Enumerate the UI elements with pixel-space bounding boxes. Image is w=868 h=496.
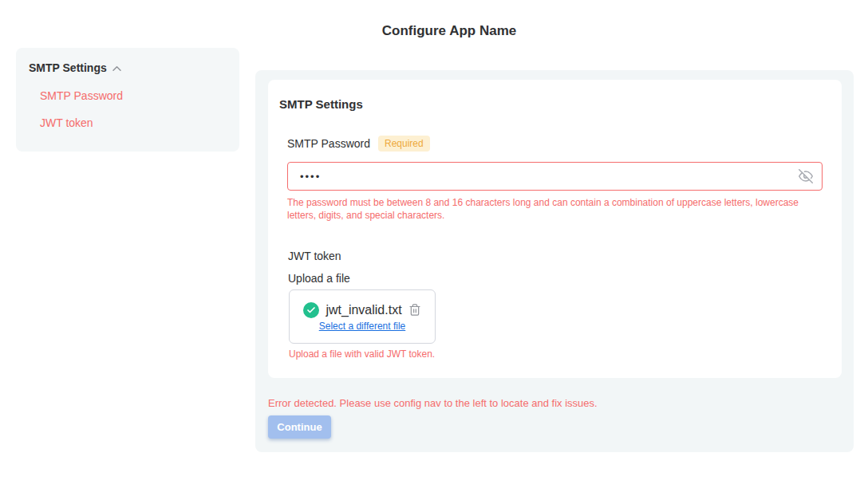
file-upload-box: jwt_invalid.txt Select a different file [289,289,436,344]
trash-icon[interactable] [408,303,421,317]
page-title: Configure App Name [382,23,516,39]
sidebar-section-smtp-settings[interactable]: SMTP Settings [29,61,122,74]
sidebar-section-label: SMTP Settings [29,61,107,74]
smtp-password-field-wrap [287,162,823,191]
upload-file-label: Upload a file [288,272,350,285]
sidebar-item-smtp-password[interactable]: SMTP Password [40,89,123,102]
config-nav-sidebar: SMTP Settings SMTP Password JWT token [16,48,239,152]
jwt-validation-message: Upload a file with valid JWT token. [289,348,435,360]
check-circle-icon [303,302,319,318]
continue-button[interactable]: Continue [268,415,331,439]
eye-off-icon[interactable] [799,169,813,183]
smtp-settings-card: SMTP Settings SMTP Password Required The… [268,80,842,378]
panel-error-message: Error detected. Please use config nav to… [268,397,598,409]
sidebar-item-jwt-token[interactable]: JWT token [40,116,93,129]
chevron-up-icon [112,65,122,72]
smtp-password-label: SMTP Password [287,137,370,150]
card-title: SMTP Settings [279,97,363,111]
uploaded-file-name: jwt_invalid.txt [326,303,401,317]
uploaded-file-row: jwt_invalid.txt [303,302,420,318]
smtp-password-label-row: SMTP Password Required [287,136,430,152]
config-panel: SMTP Settings SMTP Password Required The… [255,70,854,452]
password-validation-message: The password must be between 8 and 16 ch… [287,196,812,222]
jwt-token-label: JWT token [288,250,341,262]
required-badge: Required [378,136,430,152]
select-different-file-link[interactable]: Select a different file [319,321,406,332]
smtp-password-input[interactable] [287,162,823,191]
